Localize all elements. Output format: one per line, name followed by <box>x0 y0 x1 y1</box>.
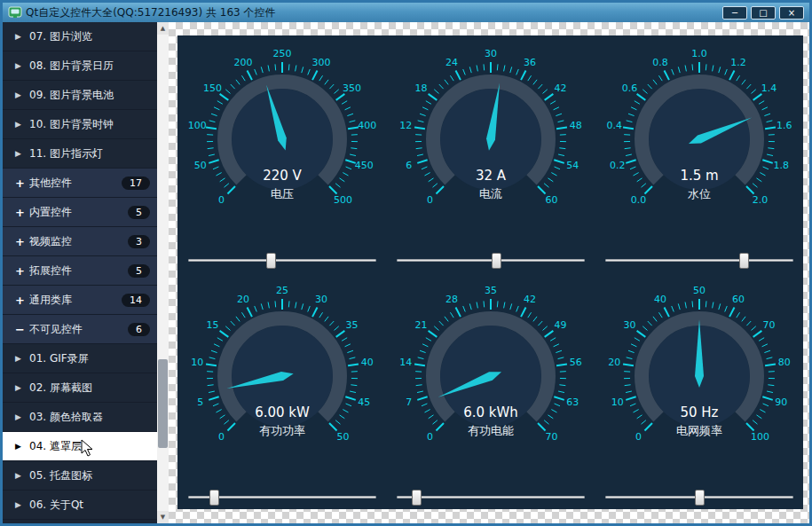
slider-cell-voltage <box>177 252 386 270</box>
gauge-value: 32 A <box>475 168 506 184</box>
slider-handle[interactable] <box>266 253 276 269</box>
gauge-tick-label: 30 <box>315 294 327 305</box>
gauge-tick-label: 48 <box>569 120 581 131</box>
gauge-value: 50 Hz <box>680 404 718 420</box>
slider-grid-frequency[interactable] <box>605 489 793 506</box>
sidebar-item-08-image-calendar[interactable]: ▶08. 图片背景日历 <box>3 51 157 81</box>
sidebar-item-label: 09. 图片背景电池 <box>29 88 150 103</box>
sidebar-item-label: 04. 遮罩层 <box>29 439 150 454</box>
count-badge: 6 <box>128 323 150 336</box>
gauge-tick-label: 20 <box>236 294 248 305</box>
gauge-tick-label: 50 <box>336 431 349 443</box>
maximize-button[interactable]: □ <box>751 6 776 20</box>
gauge-tick-label: 0 <box>217 431 224 443</box>
expand-plus-icon: + <box>15 294 29 307</box>
maximize-icon: □ <box>759 7 767 19</box>
gauge-tick-label: 1.4 <box>761 82 777 94</box>
sidebar-item-group-common[interactable]: +通用类库14 <box>3 286 157 315</box>
sidebar-item-09-image-battery[interactable]: ▶09. 图片背景电池 <box>3 81 157 110</box>
sidebar-item-group-builtin[interactable]: +内置控件5 <box>3 198 157 227</box>
slider-cell-active-power <box>177 489 386 506</box>
gauge-tick-label: 14 <box>399 357 412 368</box>
gauge-cell-grid-frequency: 010203040506070809010050 Hz电网频率 <box>595 272 803 485</box>
titlebar[interactable]: Qt自定义控件大全(QQ:517216493) 共 163 个控件 ─ □ × <box>3 3 809 22</box>
gauge-tick-label: 45 <box>358 396 370 408</box>
slider-handle[interactable] <box>695 490 705 506</box>
slider-handle[interactable] <box>412 490 422 506</box>
gauge-tick-label: 40 <box>360 357 373 368</box>
app-window: Qt自定义控件大全(QQ:517216493) 共 163 个控件 ─ □ × … <box>0 0 812 526</box>
slider-current[interactable] <box>397 252 585 270</box>
sidebar-item-label: 11. 图片指示灯 <box>29 146 150 161</box>
slider-handle[interactable] <box>739 253 749 269</box>
gauge-tick-label: 0 <box>217 194 224 206</box>
gauge-tick-label: 90 <box>775 396 787 408</box>
sidebar-item-group-extend[interactable]: +拓展控件5 <box>3 256 157 286</box>
gauge-tick-label: 2.0 <box>752 194 768 206</box>
arrow-right-icon: ▶ <box>15 442 29 451</box>
slider-active-power[interactable] <box>188 489 376 506</box>
slider-voltage[interactable] <box>188 252 376 270</box>
gauge-tick-label: 100 <box>187 120 206 131</box>
sidebar-item-11-image-lamp[interactable]: ▶11. 图片指示灯 <box>3 139 157 169</box>
sidebar-item-group-other[interactable]: +其他控件17 <box>3 169 157 198</box>
close-button[interactable]: × <box>779 6 804 20</box>
scrollbar-down-icon[interactable]: ▼ <box>157 511 169 523</box>
arrow-right-icon: ▶ <box>15 61 29 70</box>
sidebar-item-07-image-browse[interactable]: ▶07. 图片浏览 <box>3 22 157 51</box>
gauge-tick-label: 30 <box>485 48 497 59</box>
sidebar-scrollbar[interactable]: ▲ ▼ <box>157 22 169 523</box>
sidebar-item-group-video[interactable]: +视频监控3 <box>3 227 157 256</box>
gauge-tick-label: 500 <box>334 194 352 206</box>
sidebar-item-10-image-clock[interactable]: ▶10. 图片背景时钟 <box>3 110 157 139</box>
gauge-tick-label: 0.4 <box>606 120 622 131</box>
sidebar-item-group-invisible[interactable]: −不可见控件6 <box>3 315 157 344</box>
gauge-tick-label: 0 <box>426 431 432 443</box>
gauge-tick-label: 25 <box>276 285 288 296</box>
gauge-tick-label: 30 <box>623 319 635 331</box>
sidebar-item-label: 内置控件 <box>29 205 128 220</box>
scrollbar-thumb[interactable] <box>158 359 168 448</box>
sidebar-item-06-about-qt[interactable]: ▶06. 关于Qt <box>3 491 157 520</box>
slider-track[interactable] <box>397 259 585 262</box>
sidebar-item-02-screenshot[interactable]: ▶02. 屏幕截图 <box>3 373 157 403</box>
gauge-label: 电网频率 <box>676 424 722 437</box>
gauge-tick-label: 100 <box>751 431 769 443</box>
gauge-current: 0612182430364248546032 A电流 <box>393 42 588 242</box>
count-badge: 17 <box>122 177 150 190</box>
arrow-right-icon: ▶ <box>15 149 29 158</box>
sidebar-item-label: 02. 屏幕截图 <box>29 381 150 396</box>
gauge-tick-label: 20 <box>608 357 620 368</box>
slider-handle[interactable] <box>209 490 219 506</box>
sidebar-item-03-color-picker[interactable]: ▶03. 颜色拾取器 <box>3 403 157 432</box>
gauge-tick-label: 70 <box>762 319 775 331</box>
gauge-label: 有功功率 <box>259 424 305 437</box>
window-controls: ─ □ × <box>722 6 804 20</box>
close-icon: × <box>788 7 795 19</box>
gauge-tick-label: 36 <box>524 57 536 68</box>
scrollbar-up-icon[interactable]: ▲ <box>157 22 169 35</box>
slider-handle[interactable] <box>492 253 501 269</box>
arrow-right-icon: ▶ <box>15 383 29 392</box>
gauge-tick-label: 50 <box>693 285 706 296</box>
minimize-button[interactable]: ─ <box>722 6 747 20</box>
arrow-right-icon: ▶ <box>15 32 29 41</box>
slider-track[interactable] <box>397 496 585 499</box>
sidebar-item-05-tray-icon[interactable]: ▶05. 托盘图标 <box>3 461 157 491</box>
gauge-tick-label: 400 <box>358 120 376 131</box>
gauge-tick-label: 1.8 <box>773 160 789 171</box>
slider-water-level[interactable] <box>605 252 793 270</box>
gauge-tick-label: 1.0 <box>691 48 707 59</box>
sidebar-item-04-mask-layer[interactable]: ▶04. 遮罩层 <box>3 432 157 461</box>
gauge-row-top: 050100150200250300350400450500220 V电压061… <box>177 35 803 248</box>
arrow-right-icon: ▶ <box>15 90 29 99</box>
gauge-tick-label: 40 <box>653 294 666 305</box>
slider-track[interactable] <box>188 259 376 262</box>
gauge-tick-label: 35 <box>345 319 358 331</box>
slider-track[interactable] <box>605 259 793 262</box>
sidebar-item-01-gif-record[interactable]: ▶01. GIF录屏 <box>3 344 157 373</box>
slider-active-energy[interactable] <box>397 489 585 506</box>
sidebar-item-label: 07. 图片浏览 <box>29 29 150 44</box>
gauge-label: 有功电能 <box>468 424 514 437</box>
sidebar-item-label: 不可见控件 <box>29 322 128 337</box>
